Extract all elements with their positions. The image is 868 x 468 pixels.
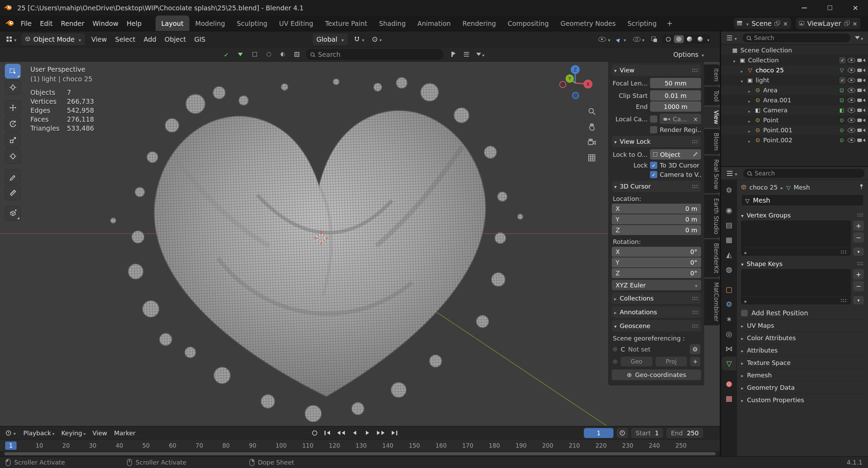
properties-tab[interactable]: ◎ xyxy=(722,327,736,341)
frame-tick[interactable]: 20 xyxy=(62,442,89,449)
panel-view-header[interactable]: View xyxy=(612,64,701,76)
filter-circle-icon[interactable] xyxy=(263,49,274,60)
panel-annotations-header[interactable]: Annotations xyxy=(612,306,701,318)
outliner-item-label[interactable]: choco 25 xyxy=(756,67,784,74)
geo-button[interactable]: Geo xyxy=(621,357,652,366)
remove-vertex-group-button[interactable] xyxy=(853,232,864,243)
outliner-row[interactable]: choco 25 xyxy=(721,65,868,75)
sidebar-tab[interactable]: BlenderKit xyxy=(704,239,720,277)
workspace-tab[interactable]: UV Editing xyxy=(273,16,319,31)
frame-tick[interactable]: 40 xyxy=(116,442,142,449)
scale-tool[interactable] xyxy=(5,133,21,147)
properties-tab[interactable]: ⚙ xyxy=(722,297,736,311)
cursor-location-field[interactable]: Y0 m xyxy=(612,214,701,224)
frame-tick[interactable]: 10 xyxy=(36,442,62,449)
breadcrumb-object[interactable]: choco 25 xyxy=(749,184,778,191)
use-preview-range-button[interactable] xyxy=(617,428,628,438)
properties-section-header[interactable]: Texture Space xyxy=(741,356,864,369)
workspace-tab[interactable]: Animation xyxy=(411,16,457,31)
outliner-item-label[interactable]: Scene Collection xyxy=(740,47,792,54)
outliner-item-label[interactable]: Area.001 xyxy=(763,96,791,104)
frame-tick[interactable]: 100 xyxy=(276,442,302,449)
frame-tick[interactable]: 160 xyxy=(436,442,462,449)
shading-material-button[interactable] xyxy=(685,35,695,43)
disable-in-render-icon[interactable] xyxy=(857,118,865,123)
timeline-ruler[interactable]: 1102030405060708090100110120130140150160… xyxy=(0,439,720,451)
panel-3d-cursor-header[interactable]: 3D Cursor xyxy=(612,181,701,192)
outliner-row[interactable]: Point.001 xyxy=(721,125,868,135)
properties-section-header[interactable]: UV Maps xyxy=(741,319,864,332)
frame-tick[interactable]: 190 xyxy=(516,442,542,449)
workspace-tab[interactable]: Texture Paint xyxy=(319,16,373,31)
select-box-tool[interactable] xyxy=(5,64,21,79)
gizmo-z-axis[interactable]: Z xyxy=(573,67,577,72)
outliner-row[interactable]: Scene Collection xyxy=(721,45,868,55)
hide-in-viewport-icon[interactable] xyxy=(848,58,855,63)
sidebar-tab[interactable]: Tool xyxy=(704,87,720,105)
disable-in-render-icon[interactable] xyxy=(857,68,865,73)
clip-start-field[interactable]: 0.01 m xyxy=(650,90,701,101)
menu-item[interactable]: Window xyxy=(88,18,122,29)
navigation-gizmo[interactable]: Z X Y xyxy=(556,62,595,102)
editor-type-button[interactable] xyxy=(4,34,19,45)
cursor-location-field[interactable]: Z0 m xyxy=(612,225,701,235)
sidebar-tab[interactable]: Blosm xyxy=(704,129,720,154)
sidebar-tab[interactable]: Earth Studio xyxy=(704,194,720,238)
gizmo-y-axis[interactable]: Y xyxy=(568,76,571,81)
rotate-tool[interactable] xyxy=(5,116,21,131)
proportional-editing-toggle[interactable] xyxy=(370,34,384,44)
disable-in-render-icon[interactable] xyxy=(857,98,865,103)
outliner-editor-icon[interactable] xyxy=(725,32,739,43)
new-viewlayer-button[interactable] xyxy=(844,21,849,26)
frame-tick[interactable]: 120 xyxy=(329,442,356,449)
outliner-row[interactable]: light xyxy=(721,75,868,85)
jump-to-start-button[interactable] xyxy=(322,428,333,438)
focal-length-field[interactable]: 50 mm xyxy=(650,78,701,88)
frame-tick[interactable]: 130 xyxy=(356,442,382,449)
frame-tick[interactable]: 220 xyxy=(596,442,622,449)
annotate-tool[interactable] xyxy=(5,169,21,184)
hide-in-viewport-icon[interactable] xyxy=(848,68,855,73)
current-frame-field[interactable]: 1 xyxy=(584,428,613,438)
outliner-row[interactable]: Area xyxy=(721,85,868,95)
viewport-canvas[interactable]: User Perspective (1) light | choco 25 Ob… xyxy=(0,62,720,426)
panel-view-lock-header[interactable]: View Lock xyxy=(612,136,701,147)
mesh-name-field[interactable]: Mesh xyxy=(741,194,864,206)
collection-checkbox[interactable] xyxy=(839,77,846,83)
pan-hand-icon[interactable] xyxy=(586,121,597,132)
close-button[interactable] xyxy=(842,0,868,16)
properties-section-header[interactable]: Color Attributes xyxy=(741,332,864,344)
outliner-item-label[interactable]: Point.001 xyxy=(763,126,792,134)
filter-funnel-icon[interactable] xyxy=(475,49,486,60)
local-camera-checkbox[interactable] xyxy=(650,115,657,123)
vertex-groups-header[interactable]: Vertex Groups xyxy=(741,210,864,221)
frame-tick[interactable]: 150 xyxy=(409,442,435,449)
shading-wireframe-button[interactable] xyxy=(664,35,673,43)
panel-collections-header[interactable]: Collections xyxy=(612,293,701,304)
orthographic-grid-icon[interactable] xyxy=(586,152,597,163)
new-scene-button[interactable] xyxy=(775,21,780,26)
frame-tick[interactable]: 60 xyxy=(169,442,196,449)
viewport-menu-item[interactable]: Object xyxy=(160,33,190,45)
expander-icon[interactable] xyxy=(731,57,737,64)
viewport-search-input[interactable]: Search xyxy=(306,49,443,60)
collection-checkbox[interactable] xyxy=(839,57,846,63)
timeline-menu-item[interactable]: View xyxy=(89,428,111,438)
breadcrumb-data[interactable]: Mesh xyxy=(794,184,810,191)
sidebar-tab[interactable]: Item xyxy=(704,64,720,85)
frame-tick[interactable]: 70 xyxy=(196,442,222,449)
properties-tab[interactable]: ▦ xyxy=(722,233,736,247)
outliner-item-label[interactable]: Area xyxy=(763,87,777,94)
properties-tab[interactable]: ⋈ xyxy=(722,342,736,356)
measure-tool[interactable] xyxy=(5,185,21,200)
clip-end-field[interactable]: 1000 m xyxy=(650,101,701,112)
vertex-groups-specials-button[interactable] xyxy=(853,247,864,256)
frame-tick[interactable]: 250 xyxy=(675,442,702,449)
maximize-button[interactable] xyxy=(817,0,842,16)
remove-viewlayer-button[interactable] xyxy=(852,20,857,27)
properties-tab[interactable]: ⚙ xyxy=(722,183,736,197)
frame-tick[interactable]: 90 xyxy=(249,442,276,449)
sidebar-tab[interactable]: View xyxy=(704,106,720,128)
outliner-filter-icon[interactable] xyxy=(854,33,865,43)
next-keyframe-button[interactable] xyxy=(376,428,387,438)
